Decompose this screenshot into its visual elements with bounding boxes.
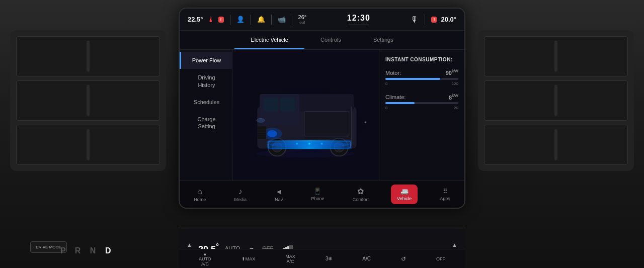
vehicle-svg: ● [232, 50, 379, 181]
svg-rect-6 [280, 98, 295, 112]
vent-slot-5 [484, 80, 628, 121]
outside-label: out [299, 20, 305, 25]
climate-label-row: Climate: 8kW [385, 93, 458, 101]
climate-unit: kW [452, 93, 458, 98]
person-icon: 👤 [236, 16, 245, 23]
apps-label: Apps [440, 196, 450, 201]
main-content: Power Flow DrivingHistory Schedules Char… [180, 50, 464, 181]
left-vent [10, 30, 166, 171]
comfort-icon: ✿ [357, 187, 364, 196]
nav-item-vehicle[interactable]: 🚐 Vehicle [391, 185, 418, 204]
climate-label: Climate: [385, 94, 406, 100]
nav-item-phone[interactable]: 📱 Phone [305, 185, 330, 204]
gear-p: P [60, 246, 67, 255]
vehicle-icon: 🚐 [400, 188, 409, 195]
temp-up-arrow[interactable]: ▲ [187, 242, 192, 248]
gear-n: N [90, 246, 98, 255]
status-bar: 22.5° 🌡 ! 👤 🔔 📹 26° out 12:30 🎙 ! 20.0° [180, 9, 464, 31]
media-label: Media [234, 197, 247, 202]
right-alert-badge: ! [431, 17, 437, 23]
sidebar-menu: Power Flow DrivingHistory Schedules Char… [180, 50, 232, 181]
svg-point-20 [308, 143, 310, 145]
outside-temp-display: 26° out [298, 14, 307, 25]
left-temp: 22.5° [188, 16, 203, 23]
vehicle-display: ● [232, 50, 379, 181]
motor-consumption: Motor: 90kW 0 120 [385, 68, 458, 86]
time: 12:30 [347, 14, 370, 23]
alert-badge: ! [218, 17, 224, 23]
sidebar-item-power-flow[interactable]: Power Flow [180, 52, 232, 69]
svg-text:●: ● [364, 120, 367, 125]
gear-r: R [75, 246, 83, 255]
nav-icon: ◂ [277, 187, 281, 196]
gear-d: D [105, 246, 113, 255]
divider-3 [271, 15, 272, 25]
infotainment-screen: 22.5° 🌡 ! 👤 🔔 📹 26° out 12:30 🎙 ! 20.0° [179, 8, 465, 209]
apps-icon: ⠿ [443, 188, 448, 195]
nav-label: Nav [275, 197, 283, 202]
motor-label-row: Motor: 90kW [385, 68, 458, 76]
vent-slot-3 [16, 125, 160, 165]
max-ac-btn[interactable]: MAX A/C [285, 254, 295, 264]
status-left: 22.5° 🌡 ! 👤 🔔 📹 26° out [188, 14, 306, 25]
climate-progress-labels: 0 20 [385, 106, 458, 110]
motor-value: 90kW [446, 68, 458, 76]
clock-display: 12:30 [347, 14, 370, 25]
svg-point-21 [321, 143, 323, 145]
fan-up-arrow[interactable]: ▲ [452, 242, 457, 248]
auto-ac-btn[interactable]: ▲ AUTO A/C [199, 251, 211, 266]
svg-rect-7 [304, 112, 352, 139]
sidebar-item-schedules[interactable]: Schedules [180, 94, 232, 111]
motor-label: Motor: [385, 70, 401, 76]
svg-point-19 [296, 143, 298, 145]
status-right: 🎙 ! 20.0° [411, 15, 456, 25]
divider-4 [292, 15, 292, 25]
svg-rect-5 [263, 98, 278, 112]
tab-controls[interactable]: Controls [304, 31, 357, 49]
phone-label: Phone [311, 196, 324, 201]
ac-btn[interactable]: A/C [362, 256, 371, 261]
air-flow-btn[interactable]: 3❄ [326, 256, 333, 261]
nav-item-home[interactable]: ⌂ Home [188, 184, 212, 205]
vent-slot-2 [16, 80, 160, 121]
right-temp: 20.0° [441, 16, 456, 23]
tab-settings[interactable]: Settings [357, 31, 410, 49]
nav-item-nav[interactable]: ◂ Nav [269, 184, 289, 205]
recirculate-btn[interactable]: ↺ [401, 255, 406, 262]
bell-icon: 🔔 [257, 16, 265, 23]
home-icon: ⌂ [197, 187, 202, 196]
prnd-display: P R N D [60, 246, 113, 255]
climate-progress-fill [385, 102, 415, 104]
divider-5 [425, 15, 425, 25]
motor-unit: kW [452, 68, 458, 73]
vehicle-label: Vehicle [397, 196, 412, 201]
sidebar-item-charge-setting[interactable]: ChargeSetting [180, 111, 232, 135]
nav-item-media[interactable]: ♪ Media [228, 184, 253, 205]
motor-progress-fill [385, 78, 440, 80]
climate-button-strip: ▲ AUTO A/C ⬆MAX MAX A/C 3❄ A/C ↺ OFF [179, 249, 465, 268]
vent-slot-6 [484, 125, 628, 165]
bottom-navigation: ⌂ Home ♪ Media ◂ Nav 📱 Phone ✿ Comfort 🚐… [180, 181, 464, 208]
right-vent [478, 30, 634, 171]
svg-point-23 [267, 130, 277, 137]
max-up-btn[interactable]: ⬆MAX [242, 256, 256, 261]
climate-value: 8kW [449, 93, 458, 101]
outside-temp: 26° [298, 14, 307, 20]
motor-progress-bg [385, 78, 458, 80]
home-label: Home [194, 197, 206, 202]
vent-slot-1 [16, 36, 160, 76]
vent-slot-4 [484, 36, 628, 76]
info-panel: INSTANT CONSUMPTION: Motor: 90kW 0 120 [379, 50, 464, 181]
nav-item-apps[interactable]: ⠿ Apps [434, 185, 456, 204]
nav-item-comfort[interactable]: ✿ Comfort [347, 184, 375, 205]
tab-electric-vehicle[interactable]: Electric Vehicle [234, 31, 304, 49]
media-icon: ♪ [238, 187, 243, 196]
sidebar-item-driving-history[interactable]: DrivingHistory [180, 69, 232, 94]
off-btn[interactable]: OFF [436, 256, 445, 261]
consumption-title: INSTANT CONSUMPTION: [385, 57, 458, 62]
microphone-icon[interactable]: 🎙 [411, 15, 419, 24]
climate-progress-bg [385, 102, 458, 104]
comfort-label: Comfort [353, 197, 369, 202]
svg-point-18 [270, 142, 349, 148]
divider-1 [230, 15, 230, 25]
